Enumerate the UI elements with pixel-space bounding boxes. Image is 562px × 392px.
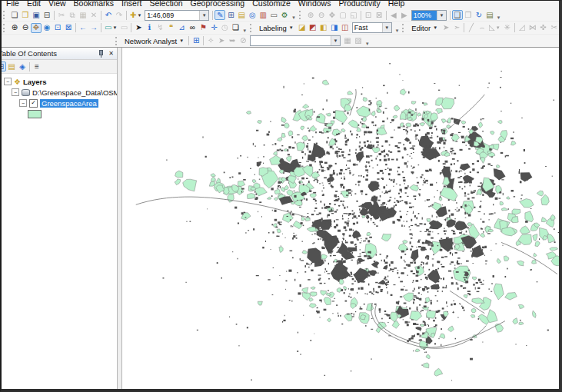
fixed-zoom-out-icon[interactable]: ⊠: [63, 23, 74, 33]
menu-edit[interactable]: Edit: [23, 1, 45, 9]
toolbar-empty-space: [2, 35, 114, 47]
panel-splitter[interactable]: [117, 48, 122, 389]
labeling-menu[interactable]: Labeling▼: [256, 23, 297, 33]
edit-annotation-tool-icon: ➣: [451, 23, 462, 33]
python-window-icon[interactable]: ▭: [268, 10, 279, 20]
map-svg: [122, 48, 559, 389]
back-extent-page-icon: ◀: [388, 10, 399, 20]
html-popup-icon[interactable]: ❝: [165, 23, 176, 33]
tree-row-data-source[interactable]: D:\Greenspace_Data\OSMM_Greenspa: [2, 87, 117, 98]
menu-help[interactable]: Help: [384, 1, 409, 9]
zoom-in-icon[interactable]: ⊕: [9, 23, 20, 33]
go-back-extent-icon[interactable]: ←: [78, 23, 88, 33]
layout-fixed-zoom-out-icon: ⊠: [374, 10, 384, 20]
tree-row-symbol[interactable]: [2, 108, 117, 119]
collapse-icon[interactable]: [4, 78, 12, 85]
pause-labeling-icon[interactable]: ◫: [340, 23, 351, 33]
data-driven-pages-icon[interactable]: ▤: [484, 10, 495, 20]
toc-title: Table Of Contents: [2, 49, 98, 58]
toolbar-grip[interactable]: [299, 11, 303, 19]
menu-file[interactable]: File: [2, 1, 23, 9]
layers-group-label[interactable]: Layers: [23, 78, 47, 86]
viewer-window-icon[interactable]: ❏: [230, 23, 241, 33]
collapse-icon[interactable]: [19, 99, 27, 107]
collapse-icon[interactable]: [12, 88, 19, 96]
trace-tool-icon: ◺▼: [487, 23, 502, 33]
data-source-label[interactable]: D:\Greenspace_Data\OSMM_Greenspa: [32, 88, 117, 97]
fixed-zoom-in-icon[interactable]: ⊡: [52, 23, 63, 33]
layer-visibility-checkbox[interactable]: ✓: [29, 99, 38, 108]
toolbar-overflow[interactable]: ▾: [394, 28, 401, 34]
label-engine-speed-combo[interactable]: Fast▼: [352, 22, 392, 33]
layer-name-label[interactable]: GreenspaceArea: [40, 99, 98, 108]
toolbar-overflow[interactable]: ▾: [241, 28, 248, 34]
toolbar-grip[interactable]: [3, 24, 7, 32]
new-document-icon[interactable]: ❏: [9, 10, 20, 20]
editor-menu[interactable]: Editor▼: [408, 23, 441, 33]
toolbar-row-2: ⊕⊖✥◉⊡⊠←→▭▼▭➤ℹ↯❝⊿∞⚑✛◷❏▾ Labeling▼◪◩◧◨◫Fas…: [2, 21, 559, 34]
find-icon[interactable]: ∞: [187, 23, 198, 33]
menu-geoprocessing[interactable]: Geoprocessing: [187, 1, 249, 9]
network-analyst-toolbar: Network Analyst▼⊞✧➤➥⊘▼▦▨▾: [114, 35, 371, 47]
search-window-icon[interactable]: ◎: [247, 10, 258, 20]
label-manager-icon[interactable]: ◪: [297, 23, 308, 33]
table-of-contents-window-icon[interactable]: ⊞: [225, 10, 236, 20]
print-icon[interactable]: ⊟: [42, 10, 52, 20]
toolbar-grip[interactable]: [402, 24, 406, 32]
network-dataset-combo[interactable]: ▼: [250, 35, 341, 46]
toolbar-grip[interactable]: [115, 37, 119, 45]
go-to-xy-icon[interactable]: ✛: [208, 23, 219, 33]
label-weight-ranking-icon[interactable]: ◧: [318, 23, 329, 33]
editor-toolbar-toggle-icon[interactable]: ✎: [214, 10, 225, 20]
lock-labels-icon[interactable]: ◨: [329, 23, 340, 33]
catalog-window-icon[interactable]: ▤: [236, 10, 247, 20]
find-route-icon[interactable]: ⚑: [198, 23, 208, 33]
menu-view[interactable]: View: [45, 1, 70, 9]
cut-icon: ✂: [56, 10, 67, 20]
menu-insert[interactable]: Insert: [118, 1, 145, 9]
toolbar-overflow[interactable]: ▾: [495, 15, 503, 21]
close-icon[interactable]: ✕: [108, 50, 115, 57]
tree-row-layer[interactable]: ✓ GreenspaceArea: [2, 98, 117, 108]
save-icon[interactable]: ▣: [31, 10, 42, 20]
main-area: Table Of Contents ✕ ⊟▤◈≡ ❖ Layers D:\Gre…: [2, 48, 559, 389]
menu-windows[interactable]: Windows: [294, 1, 335, 9]
undo-icon[interactable]: ↶: [103, 10, 114, 20]
identify-icon[interactable]: ℹ: [144, 23, 155, 33]
full-extent-icon[interactable]: ◉: [42, 23, 52, 33]
toolbar-grip[interactable]: [250, 24, 254, 32]
menu-bookmarks[interactable]: Bookmarks: [70, 1, 118, 9]
label-priority-ranking-icon[interactable]: ◩: [308, 23, 318, 33]
toolbar-overflow[interactable]: ▾: [290, 15, 298, 21]
pan-icon[interactable]: ✥: [31, 23, 42, 33]
select-features-icon[interactable]: ▭▼: [103, 23, 118, 33]
change-layout-icon[interactable]: ↻: [474, 10, 484, 20]
toolbar-overflow[interactable]: ▾: [364, 41, 371, 47]
zoom-out-icon[interactable]: ⊖: [20, 23, 31, 33]
go-forward-extent-icon[interactable]: →: [88, 23, 99, 33]
measure-icon[interactable]: ⊿: [176, 23, 187, 33]
hyperlink-icon: ↯: [155, 23, 165, 33]
network-analyst-window-icon[interactable]: ⊞: [191, 36, 201, 46]
add-data-icon[interactable]: ✚▼: [128, 10, 143, 20]
toc-options-icon[interactable]: ≡: [32, 61, 42, 71]
toolbar-grip[interactable]: [3, 11, 7, 19]
select-elements-icon[interactable]: ➤: [133, 23, 144, 33]
menu-selection[interactable]: Selection: [145, 1, 186, 9]
auto-hide-pin-icon[interactable]: [98, 49, 104, 58]
list-by-source-icon[interactable]: ▤: [6, 61, 17, 71]
open-folder-icon[interactable]: ❒: [20, 10, 31, 20]
menu-customize[interactable]: Customize: [248, 1, 294, 9]
focus-data-frame-icon[interactable]: ❑: [452, 10, 463, 20]
menu-productivity[interactable]: Productivity: [334, 1, 384, 9]
map-canvas[interactable]: [122, 48, 559, 389]
modelbuilder-icon[interactable]: ⚙: [279, 10, 290, 20]
arctoolbox-icon[interactable]: ▥: [258, 10, 268, 20]
zoom-percent-combo[interactable]: 100%▼: [411, 10, 447, 21]
list-by-visibility-icon[interactable]: ◈: [17, 61, 28, 71]
tree-row-layers[interactable]: ❖ Layers: [2, 76, 117, 87]
network-options-icon: ▨: [353, 36, 364, 46]
layer-symbol-swatch[interactable]: [28, 110, 42, 118]
network-analyst-menu[interactable]: Network Analyst▼: [121, 36, 187, 46]
map-scale-combo[interactable]: 1:46,089▼: [145, 10, 209, 21]
